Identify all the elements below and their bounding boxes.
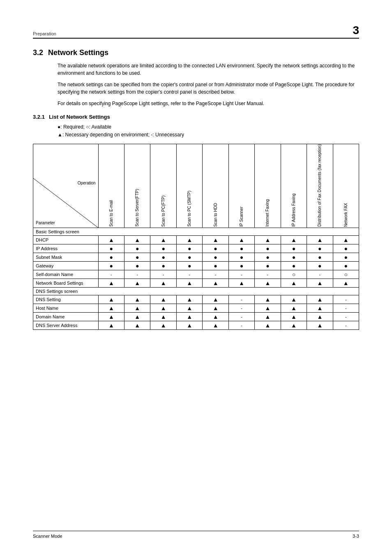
row-cell-2: ▲ [150,295,176,304]
table-body: Basic Settings screenDHCP▲▲▲▲▲▲▲▲▲▲IP Ad… [33,228,359,330]
col-header-6: Internet Faxing [255,144,281,228]
col-header-text-7: IP Address Faxing [291,193,296,227]
row-cell-3: ▲ [176,279,202,288]
col-header-9: Network FAX [333,144,359,228]
row-cell-0: ● [98,262,124,270]
row-label: DNS Setting [33,295,99,304]
row-cell-5: ● [228,244,254,253]
table-section-header: Basic Settings screen [33,228,359,236]
row-cell-9: ● [333,262,359,270]
svg-line-0 [33,178,98,228]
row-cell-1: ▲ [125,236,150,244]
row-cell-1: ▲ [125,279,150,288]
table-header-row: Operation Parameter Scan to E-mail Scan … [33,144,359,228]
row-cell-1: ▲ [125,321,150,330]
table-row: DNS Setting▲▲▲▲▲-▲▲▲- [33,295,359,304]
row-cell-7: ▲ [281,313,307,321]
row-cell-6: ● [255,253,281,262]
row-cell-1: ▲ [125,313,150,321]
col-header-text-6: Internet Faxing [265,199,270,227]
row-cell-8: ▲ [307,304,333,313]
table-row: Host Name▲▲▲▲▲-▲▲▲- [33,304,359,313]
row-cell-2: ▲ [150,313,176,321]
col-header-text-0: Scan to E-mail [109,200,114,227]
row-cell-4: ▲ [203,304,228,313]
row-cell-4: ▲ [203,321,228,330]
row-cell-8: - [307,270,333,279]
legend-required: ●: Required; ○: Available [58,123,359,131]
col-header-8: Distribution of Fax Documents (fax recep… [307,144,333,228]
row-cell-9: ○ [333,270,359,279]
row-cell-2: ● [150,262,176,270]
footer-left: Scanner Mode [33,534,62,539]
subsection-number: 3.2.1 [33,114,45,120]
section-paragraph1: The available network operations are lim… [58,62,359,77]
row-label: Network Board Settings [33,279,99,288]
row-cell-0: ● [98,253,124,262]
row-cell-6: ▲ [255,279,281,288]
row-cell-0: ▲ [98,236,124,244]
row-cell-3: ▲ [176,236,202,244]
row-cell-0: ▲ [98,304,124,313]
footer: Scanner Mode 3-3 [33,531,359,539]
diagonal-line-icon [33,178,98,228]
table-row: DNS Server Address▲▲▲▲▲-▲▲▲- [33,321,359,330]
row-cell-6: ● [255,244,281,253]
corner-bottom-text: Parameter [36,221,55,225]
row-cell-3: ● [176,244,202,253]
row-cell-5: ● [228,262,254,270]
row-cell-4: ● [203,244,228,253]
row-cell-0: ● [98,244,124,253]
row-label: Self-domain Name [33,270,99,279]
row-cell-4: ▲ [203,313,228,321]
row-cell-4: ▲ [203,279,228,288]
col-header-text-9: Network FAX [344,203,348,227]
row-cell-9: ● [333,253,359,262]
col-header-4: Scan to HDD [203,144,228,228]
row-cell-5: ▲ [228,279,254,288]
row-cell-7: ● [281,244,307,253]
row-cell-4: ▲ [203,236,228,244]
row-cell-7: ▲ [281,321,307,330]
row-cell-5: - [228,295,254,304]
row-cell-1: ● [125,244,150,253]
row-cell-2: - [150,270,176,279]
col-header-text-8: Distribution of Fax Documents (fax recep… [317,144,322,227]
section-title-text: Network Settings [48,48,108,57]
row-cell-1: ▲ [125,295,150,304]
col-header-text-2: Scan to PC(FTP) [161,196,166,227]
row-cell-7: ▲ [281,304,307,313]
header-chapter: 3 [353,25,359,36]
row-label: Gateway [33,262,99,270]
row-cell-6: - [255,270,281,279]
header-preparation: Preparation [33,31,56,36]
row-cell-6: ▲ [255,313,281,321]
table-row: Subnet Mask●●●●●●●●●● [33,253,359,262]
row-cell-4: ● [203,262,228,270]
row-label: DNS Server Address [33,321,99,330]
row-cell-8: ● [307,253,333,262]
row-cell-8: ▲ [307,236,333,244]
row-cell-0: ▲ [98,313,124,321]
row-cell-7: ○ [281,270,307,279]
row-cell-7: ▲ [281,279,307,288]
row-cell-7: ● [281,253,307,262]
row-label: Host Name [33,304,99,313]
row-cell-9: ● [333,244,359,253]
row-cell-2: ▲ [150,304,176,313]
row-cell-9: ▲ [333,236,359,244]
row-cell-9: - [333,295,359,304]
table-row: DHCP▲▲▲▲▲▲▲▲▲▲ [33,236,359,244]
col-header-1: Scan to Server(FTP) [125,144,150,228]
row-cell-4: - [203,270,228,279]
section-number: 3.2 [33,48,43,57]
section-paragraph2: The network settings can be specified fr… [58,81,359,96]
row-cell-6: ▲ [255,321,281,330]
row-cell-0: ▲ [98,321,124,330]
row-cell-8: ▲ [307,295,333,304]
col-header-text-3: Scan to PC (SMTP) [187,191,192,227]
header-bar: Preparation 3 [33,25,359,39]
row-cell-2: ▲ [150,236,176,244]
row-cell-9: - [333,304,359,313]
table-row: Domain Name▲▲▲▲▲-▲▲▲- [33,313,359,321]
